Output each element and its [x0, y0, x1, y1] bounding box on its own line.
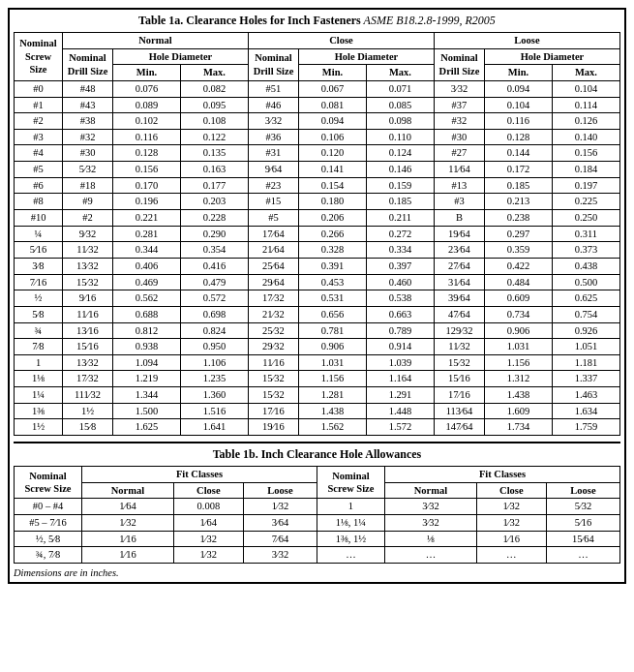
screw-size-cell: 1⅛ [15, 371, 63, 387]
1b-right-normal-cell: ⅛ [384, 531, 476, 547]
l-drill-cell: 23⁄64 [434, 242, 484, 259]
l-max-cell: 1.051 [552, 339, 619, 355]
c-max-cell: 1.572 [366, 419, 434, 436]
c-drill-cell: 15⁄32 [248, 387, 298, 404]
c-max-cell: 0.663 [366, 306, 434, 322]
n-drill-cell: #9 [63, 194, 113, 210]
footnote: Dimensions are in inches. [14, 567, 620, 578]
l-drill-header: Nominal Drill Size [434, 48, 484, 80]
screw-size-cell: #5 [15, 162, 63, 178]
n-min-cell: 0.562 [113, 290, 181, 307]
n-min-cell: 0.116 [113, 129, 181, 145]
table-row: 1⅜ 1½ 1.500 1.516 17⁄16 1.438 1.448 113⁄… [15, 403, 620, 419]
1b-r-close-header: Close [476, 482, 546, 499]
screw-size-cell: ¼ [15, 226, 63, 242]
c-min-cell: 0.081 [298, 97, 366, 113]
1b-left-close-cell: 0.008 [173, 499, 243, 515]
c-max-header: Max. [366, 65, 434, 81]
l-min-cell: 1.156 [484, 354, 552, 371]
l-drill-cell: 19⁄64 [434, 226, 484, 242]
screw-size-cell: #3 [15, 129, 63, 145]
screw-size-header: Nominal Screw Size [15, 33, 63, 81]
1b-right-screw-cell: 1⅜, 1½ [317, 531, 384, 547]
table-row: ½ 9⁄16 0.562 0.572 17⁄32 0.531 0.538 39⁄… [15, 290, 620, 307]
n-min-cell: 1.219 [113, 371, 181, 387]
c-max-cell: 0.914 [366, 339, 434, 355]
n-min-cell: 1.344 [113, 387, 181, 404]
screw-size-cell: 5⁄16 [15, 242, 63, 259]
l-drill-cell: #27 [434, 145, 484, 162]
l-drill-cell: 31⁄64 [434, 274, 484, 290]
1b-l-normal-header: Normal [82, 482, 174, 499]
n-min-cell: 1.625 [113, 419, 181, 436]
n-max-cell: 0.479 [180, 274, 248, 290]
table-row: #1 #43 0.089 0.095 #46 0.081 0.085 #37 0… [15, 97, 620, 113]
1b-left-screw-header: Nominal Screw Size [15, 467, 82, 499]
c-min-cell: 0.391 [298, 258, 366, 274]
1b-right-loose-cell: 5⁄16 [546, 514, 619, 531]
screw-size-cell: 1 [15, 354, 63, 371]
page-container: Table 1a. Clearance Holes for Inch Faste… [8, 8, 626, 584]
c-max-cell: 1.448 [366, 403, 434, 419]
n-max-cell: 0.824 [180, 322, 248, 339]
n-min-cell: 0.221 [113, 210, 181, 227]
c-max-cell: 0.460 [366, 274, 434, 290]
screw-size-cell: 7⁄16 [15, 274, 63, 290]
table-row: 1¼ 111⁄32 1.344 1.360 15⁄32 1.281 1.291 … [15, 387, 620, 404]
n-drill-cell: #32 [63, 129, 113, 145]
c-drill-cell: 21⁄64 [248, 242, 298, 259]
c-min-cell: 0.067 [298, 80, 366, 97]
c-drill-cell: 19⁄16 [248, 419, 298, 436]
c-min-cell: 0.094 [298, 113, 366, 130]
1b-left-normal-cell: 1⁄64 [82, 499, 174, 515]
n-min-cell: 0.812 [113, 322, 181, 339]
table-row: #6 #18 0.170 0.177 #23 0.154 0.159 #13 0… [15, 177, 620, 194]
c-drill-cell: 29⁄32 [248, 339, 298, 355]
c-drill-cell: 15⁄32 [248, 371, 298, 387]
n-max-cell: 0.203 [180, 194, 248, 210]
l-min-header: Min. [484, 65, 552, 81]
n-drill-cell: 13⁄32 [63, 354, 113, 371]
c-max-cell: 0.211 [366, 210, 434, 227]
c-min-cell: 1.156 [298, 371, 366, 387]
l-min-cell: 0.734 [484, 306, 552, 322]
l-min-cell: 0.238 [484, 210, 552, 227]
1b-left-loose-cell: 1⁄32 [243, 499, 317, 515]
screw-size-cell: #1 [15, 97, 63, 113]
l-drill-cell: #3 [434, 194, 484, 210]
table-1b-row: #5 – 7⁄16 1⁄32 1⁄64 3⁄64 1⅛, 1¼ 3⁄32 1⁄3… [15, 514, 620, 531]
c-drill-cell: 25⁄64 [248, 258, 298, 274]
n-min-cell: 0.281 [113, 226, 181, 242]
l-drill-cell: 39⁄64 [434, 290, 484, 307]
1b-left-fit-header: Fit Classes [82, 467, 317, 483]
screw-size-cell: #4 [15, 145, 63, 162]
c-max-cell: 0.334 [366, 242, 434, 259]
n-drill-cell: 11⁄16 [63, 306, 113, 322]
c-drill-cell: 17⁄16 [248, 403, 298, 419]
n-min-cell: 0.938 [113, 339, 181, 355]
l-min-cell: 0.144 [484, 145, 552, 162]
screw-size-cell: 1½ [15, 419, 63, 436]
l-max-cell: 1.463 [552, 387, 619, 404]
n-drill-cell: #2 [63, 210, 113, 227]
n-drill-cell: #30 [63, 145, 113, 162]
l-max-cell: 0.500 [552, 274, 619, 290]
c-min-cell: 0.120 [298, 145, 366, 162]
1b-r-loose-header: Loose [546, 482, 619, 499]
c-max-cell: 0.146 [366, 162, 434, 178]
c-min-cell: 0.266 [298, 226, 366, 242]
1b-r-normal-header: Normal [384, 482, 476, 499]
c-min-cell: 0.141 [298, 162, 366, 178]
n-max-cell: 0.082 [180, 80, 248, 97]
table-row: #3 #32 0.116 0.122 #36 0.106 0.110 #30 0… [15, 129, 620, 145]
1b-left-loose-cell: 3⁄32 [243, 547, 317, 564]
n-max-cell: 0.572 [180, 290, 248, 307]
1b-left-screw-cell: #5 – 7⁄16 [15, 514, 82, 531]
n-drill-cell: #48 [63, 80, 113, 97]
n-min-cell: 0.196 [113, 194, 181, 210]
table-row: #5 5⁄32 0.156 0.163 9⁄64 0.141 0.146 11⁄… [15, 162, 620, 178]
l-max-cell: 1.759 [552, 419, 619, 436]
table-row: ¼ 9⁄32 0.281 0.290 17⁄64 0.266 0.272 19⁄… [15, 226, 620, 242]
c-drill-cell: #5 [248, 210, 298, 227]
l-min-cell: 0.609 [484, 290, 552, 307]
